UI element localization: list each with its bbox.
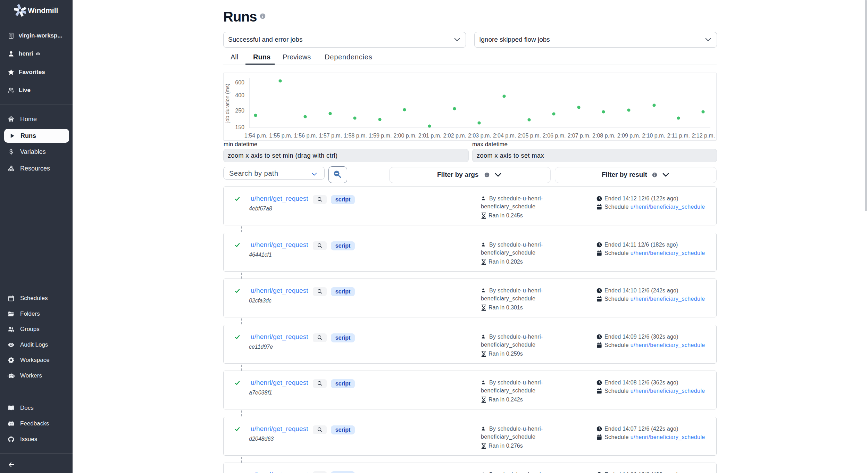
svg-text:2:11 p.m.: 2:11 p.m. (667, 133, 690, 139)
svg-text:1:56 p.m.: 1:56 p.m. (294, 133, 317, 139)
svg-text:1:57 p.m.: 1:57 p.m. (319, 133, 342, 139)
svg-text:2:07 p.m.: 2:07 p.m. (567, 133, 591, 139)
svg-text:2:12 p.m.: 2:12 p.m. (692, 133, 715, 139)
svg-text:400: 400 (235, 92, 244, 98)
svg-text:600: 600 (235, 80, 244, 85)
svg-text:2:09 p.m.: 2:09 p.m. (617, 133, 641, 139)
svg-text:2:01 p.m.: 2:01 p.m. (418, 133, 442, 139)
svg-text:2:08 p.m.: 2:08 p.m. (592, 133, 616, 139)
svg-text:1:55 p.m.: 1:55 p.m. (269, 133, 292, 139)
svg-text:2:10 p.m.: 2:10 p.m. (642, 133, 665, 139)
svg-text:2:04 p.m.: 2:04 p.m. (493, 133, 516, 139)
svg-text:2:00 p.m.: 2:00 p.m. (393, 133, 417, 139)
svg-text:150: 150 (235, 124, 244, 130)
svg-text:1:58 p.m.: 1:58 p.m. (344, 133, 367, 139)
svg-text:1:59 p.m.: 1:59 p.m. (369, 133, 392, 139)
svg-text:2:03 p.m.: 2:03 p.m. (468, 133, 491, 139)
svg-text:1:54 p.m.: 1:54 p.m. (244, 133, 268, 139)
svg-text:2:02 p.m.: 2:02 p.m. (443, 133, 466, 139)
svg-text:2:06 p.m.: 2:06 p.m. (543, 133, 566, 139)
svg-text:2:05 p.m.: 2:05 p.m. (518, 133, 541, 139)
svg-text:250: 250 (235, 108, 244, 114)
svg-text:job duration (ms): job duration (ms) (224, 84, 230, 123)
